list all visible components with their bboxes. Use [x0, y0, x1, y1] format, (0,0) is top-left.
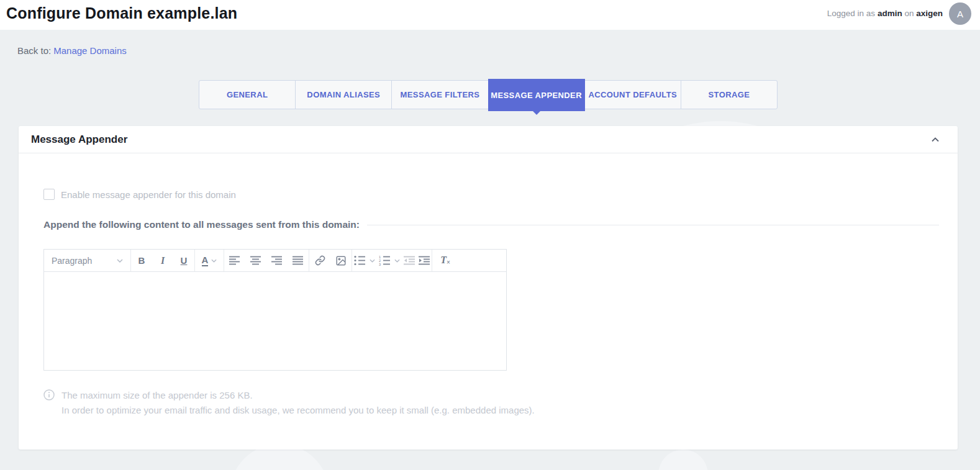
editor-toolbar: Paragraph B I U A: [44, 250, 506, 272]
svg-text:3: 3: [379, 263, 381, 266]
chevron-down-icon: [370, 259, 375, 263]
indent-button[interactable]: [417, 250, 432, 271]
chevron-down-icon: [117, 259, 123, 263]
avatar[interactable]: A: [949, 2, 971, 25]
tab-domain-aliases[interactable]: DOMAIN ALIASES: [295, 80, 392, 109]
insert-link-button[interactable]: [309, 250, 330, 271]
tab-general[interactable]: GENERAL: [199, 80, 296, 109]
rich-text-editor: Paragraph B I U A: [43, 249, 507, 371]
bold-button[interactable]: B: [131, 250, 152, 271]
logged-in-prefix: Logged in as: [827, 9, 875, 18]
message-appender-panel: Message Appender Enable message appender…: [19, 126, 958, 450]
tab-message-filters[interactable]: MESSAGE FILTERS: [391, 80, 488, 109]
align-justify-button[interactable]: [288, 250, 309, 271]
align-justify-icon: [293, 256, 304, 265]
info-text: The maximum size of the appender is 256 …: [61, 388, 535, 418]
outdent-icon: [404, 256, 415, 265]
align-left-button[interactable]: [224, 250, 245, 271]
append-content-heading: Append the following content to all mess…: [43, 219, 360, 230]
align-center-button[interactable]: [245, 250, 266, 271]
collapse-panel-button[interactable]: [929, 133, 941, 146]
align-right-icon: [271, 256, 283, 265]
remove-format-x: ×: [447, 259, 450, 266]
font-color-button[interactable]: A: [195, 250, 224, 271]
back-to-label: Back to:: [17, 45, 51, 56]
bulleted-list-button[interactable]: [352, 250, 367, 271]
numbered-list-options-button[interactable]: [392, 250, 402, 271]
align-center-icon: [250, 256, 261, 265]
enable-appender-row: Enable message appender for this domain: [43, 189, 939, 200]
underline-button[interactable]: U: [173, 250, 194, 271]
logged-in-server: axigen: [916, 9, 943, 18]
heading-divider: [367, 225, 939, 225]
outdent-button: [402, 250, 417, 271]
manage-domains-link[interactable]: Manage Domains: [53, 45, 127, 56]
align-left-icon: [229, 256, 240, 265]
insert-image-button[interactable]: [330, 250, 352, 271]
info-note: The maximum size of the appender is 256 …: [43, 388, 939, 418]
logged-in-status: Logged in as admin on axigen: [827, 9, 943, 18]
image-icon: [335, 255, 347, 266]
append-content-heading-row: Append the following content to all mess…: [43, 219, 939, 230]
chevron-up-icon: [932, 137, 939, 142]
page-title: Configure Domain example.lan: [6, 4, 237, 22]
top-bar: Configure Domain example.lan Logged in a…: [0, 0, 980, 30]
tab-account-defaults[interactable]: ACCOUNT DEFAULTS: [584, 80, 681, 109]
tab-storage[interactable]: STORAGE: [681, 80, 778, 109]
panel-title: Message Appender: [31, 133, 127, 146]
info-icon: [43, 389, 55, 400]
tab-message-appender[interactable]: MESSAGE APPENDER: [488, 79, 585, 111]
chevron-down-icon: [211, 259, 217, 263]
enable-appender-label: Enable message appender for this domain: [61, 189, 236, 200]
info-line-2: In order to optimize your email traffic …: [61, 403, 535, 418]
paragraph-format-label: Paragraph: [52, 256, 92, 266]
info-line-1: The maximum size of the appender is 256 …: [61, 388, 535, 403]
bulleted-list-icon: [354, 255, 366, 266]
tab-bar: GENERAL DOMAIN ALIASES MESSAGE FILTERS M…: [199, 80, 778, 115]
numbered-list-button[interactable]: 123: [377, 250, 392, 271]
logged-in-user: admin: [878, 9, 902, 18]
remove-format-icon: T: [440, 255, 447, 265]
editor-content-area[interactable]: [44, 272, 506, 370]
indent-icon: [419, 256, 430, 265]
bulleted-list-options-button[interactable]: [367, 250, 377, 271]
panel-header: Message Appender: [19, 126, 958, 153]
enable-appender-checkbox[interactable]: [43, 189, 55, 200]
numbered-list-icon: 123: [379, 255, 391, 266]
chevron-down-icon: [394, 259, 400, 263]
font-color-icon: A: [202, 255, 209, 266]
paragraph-format-dropdown[interactable]: Paragraph: [44, 250, 130, 271]
panel-body: Enable message appender for this domain …: [19, 189, 958, 418]
link-icon: [315, 255, 325, 266]
align-right-button[interactable]: [266, 250, 288, 271]
italic-button[interactable]: I: [152, 250, 173, 271]
breadcrumb: Back to:Manage Domains: [17, 45, 127, 56]
remove-format-button[interactable]: T×: [432, 250, 458, 271]
logged-in-connector: on: [904, 9, 914, 18]
avatar-letter: A: [957, 9, 963, 19]
